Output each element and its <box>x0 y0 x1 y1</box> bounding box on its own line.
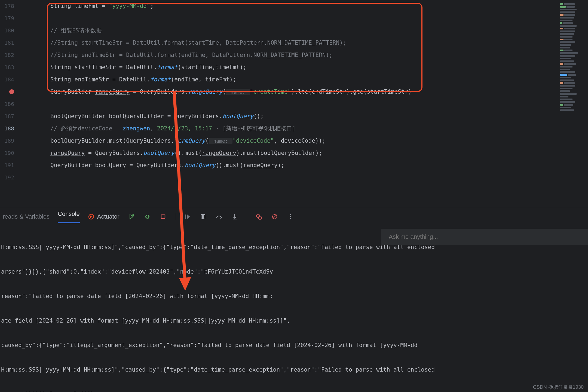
svg-rect-6 <box>201 215 203 219</box>
git-blame-author: zhengwen <box>122 125 150 132</box>
svg-point-9 <box>256 214 260 218</box>
minimap[interactable] <box>558 0 588 207</box>
code-area[interactable]: String timeFmt = "yyyy-MM-dd"; // 组装ES请求… <box>19 0 588 207</box>
svg-point-2 <box>132 214 134 216</box>
debug-button[interactable] <box>143 213 151 220</box>
svg-rect-7 <box>204 215 205 219</box>
tab-threads-variables[interactable]: reads & Variables <box>3 213 50 220</box>
svg-point-12 <box>290 214 291 215</box>
line-number: 180 <box>0 24 14 37</box>
console-line: H:mm:ss.SSS||yyyy-MM-dd HH:mm:ss]","caus… <box>1 364 587 376</box>
separator <box>247 213 247 220</box>
line-number: 187 <box>0 110 14 122</box>
parameter-hint: name: <box>226 89 250 95</box>
svg-rect-5 <box>185 215 186 219</box>
resume-button[interactable] <box>183 213 191 220</box>
tab-console[interactable]: Console <box>58 210 80 223</box>
code-editor[interactable]: 178 179 180 181 182 183 184 186 187 188 … <box>0 0 588 207</box>
line-number: 179 <box>0 12 14 24</box>
svg-point-14 <box>290 218 291 219</box>
svg-point-10 <box>258 216 262 219</box>
git-blame-message: [新增-机房可视化机柜接口] <box>222 125 296 132</box>
actuator-icon <box>88 213 94 220</box>
console-output[interactable]: H:mm:ss.SSS||yyyy-MM-dd HH:mm:ss]","caus… <box>0 226 588 392</box>
console-line: ate field [2024-02-26] with format [yyyy… <box>1 315 587 327</box>
debug-toolbar: reads & Variables Console Actuator <box>0 207 588 226</box>
separator <box>175 213 175 220</box>
search-input[interactable] <box>381 229 588 245</box>
actuator-button[interactable]: Actuator <box>88 213 120 220</box>
parameter-hint: name: <box>209 138 233 144</box>
mute-breakpoints-button[interactable] <box>271 213 278 220</box>
line-number: 181 <box>0 37 14 49</box>
step-over-button[interactable] <box>215 213 223 220</box>
step-into-button[interactable] <box>231 213 238 220</box>
svg-point-13 <box>290 216 291 217</box>
stop-button[interactable] <box>159 213 167 220</box>
pause-button[interactable] <box>199 213 207 220</box>
breakpoint-marker[interactable] <box>0 86 14 98</box>
line-number: 192 <box>0 171 14 184</box>
svg-rect-4 <box>161 215 165 219</box>
rerun-button[interactable] <box>128 213 135 220</box>
line-number: 184 <box>0 74 14 86</box>
line-number: 188 <box>0 122 14 135</box>
git-blame-date: 2024/3/23, 15:17 <box>157 125 212 132</box>
line-number: 182 <box>0 49 14 61</box>
view-breakpoints-button[interactable] <box>255 213 263 220</box>
console-line: arsers"}}}}]},"status":400} <box>1 388 587 392</box>
svg-rect-8 <box>233 219 237 219</box>
line-number: 189 <box>0 135 14 147</box>
console-line: caused_by":{"type":"illegal_argument_exc… <box>1 339 587 351</box>
line-number: 183 <box>0 61 14 74</box>
line-number: 191 <box>0 159 14 171</box>
line-number-gutter: 178 179 180 181 182 183 184 186 187 188 … <box>0 0 19 207</box>
line-number: 190 <box>0 147 14 159</box>
more-icon[interactable] <box>287 213 294 220</box>
watermark: CSDN @肥仔哥哥1930 <box>533 384 584 390</box>
console-line: reason":"failed to parse date field [202… <box>1 290 587 302</box>
console-line: arsers"}}}},{"shard":0,"index":"devicefl… <box>1 266 587 278</box>
line-number: 178 <box>0 0 14 12</box>
